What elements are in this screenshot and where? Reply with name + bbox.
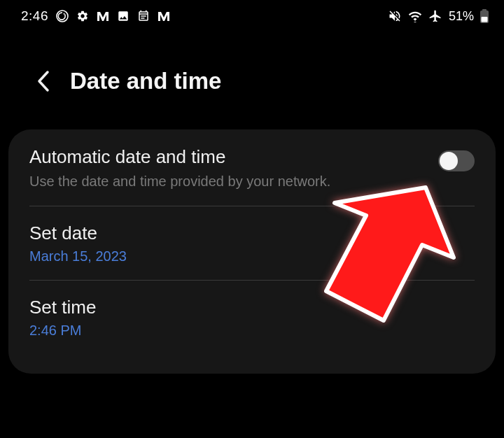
chevron-left-icon [35, 69, 50, 93]
set-date-title: Set date [29, 222, 475, 244]
mute-icon [388, 9, 402, 23]
header: Date and time [0, 29, 504, 115]
gear-icon [76, 10, 89, 22]
wifi-icon [408, 10, 422, 22]
airplane-icon [428, 9, 442, 23]
row-text: Set time 2:46 PM [29, 297, 475, 339]
svg-rect-3 [482, 17, 488, 22]
settings-panel: Automatic date and time Use the date and… [8, 129, 496, 374]
status-bar: 2:46 51% [0, 0, 504, 29]
image-icon [117, 10, 130, 22]
row-set-time[interactable]: Set time 2:46 PM [8, 280, 496, 354]
status-left: 2:46 [21, 8, 170, 24]
toggle-knob [440, 152, 458, 170]
svg-rect-2 [482, 9, 486, 11]
grammarly-icon [56, 10, 69, 22]
back-button[interactable] [35, 69, 50, 93]
auto-subtitle: Use the date and time provided by your n… [29, 172, 438, 190]
set-time-title: Set time [29, 297, 475, 318]
auto-title: Automatic date and time [29, 146, 438, 168]
m-icon [97, 10, 109, 22]
row-text: Set date March 15, 2023 [29, 222, 475, 264]
status-right: 51% [388, 9, 489, 24]
set-date-value: March 15, 2023 [29, 248, 475, 264]
status-time: 2:46 [21, 8, 48, 24]
m-icon-2 [158, 10, 170, 22]
page-title: Date and time [70, 68, 221, 94]
row-automatic-date-time[interactable]: Automatic date and time Use the date and… [8, 129, 496, 206]
auto-date-time-toggle[interactable] [438, 150, 475, 171]
battery-percent: 51% [449, 9, 474, 24]
row-set-date[interactable]: Set date March 15, 2023 [8, 206, 496, 280]
battery-icon [480, 9, 489, 23]
row-text: Automatic date and time Use the date and… [29, 146, 438, 190]
calendar-icon [137, 10, 150, 22]
set-time-value: 2:46 PM [29, 323, 475, 339]
